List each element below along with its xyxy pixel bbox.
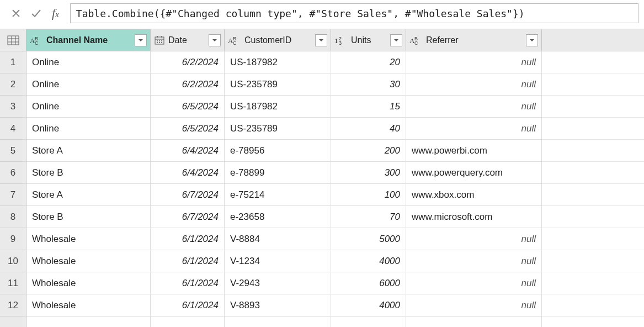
cell-blank [542,73,644,96]
cell-channel[interactable]: Store B [26,206,151,228]
filter-button[interactable] [390,34,402,46]
cell-channel[interactable]: Store B [26,162,151,184]
cell-channel[interactable]: Wholesale [26,228,151,250]
cell-channel[interactable]: Store A [26,184,151,206]
cell-units[interactable]: 200 [331,140,406,162]
row-number[interactable]: 2 [0,73,26,96]
cell-blank [542,118,644,140]
row-number[interactable]: 10 [0,250,26,272]
formula-bar: fx [0,0,644,29]
cell-date[interactable]: 6/7/2024 [151,184,225,206]
row-number[interactable]: 6 [0,162,26,184]
row-number[interactable]: 3 [0,96,26,118]
row-number[interactable]: 7 [0,184,26,206]
cell-customer[interactable]: e-23658 [225,206,331,228]
cell-channel[interactable]: Online [26,118,151,140]
cell-date[interactable]: 6/2/2024 [151,51,225,73]
cell-channel[interactable]: Online [26,96,151,118]
svg-rect-0 [8,36,19,45]
cell-referrer[interactable]: www.powerbi.com [406,140,542,162]
filter-button[interactable] [315,34,327,46]
cell-channel[interactable]: Online [26,51,151,73]
cell-customer[interactable]: US-187982 [225,96,331,118]
cell-customer[interactable]: V-8893 [225,294,331,317]
cell-date[interactable]: 6/4/2024 [151,162,225,184]
cell-blank [542,206,644,228]
cell-referrer-null[interactable]: null [406,228,542,250]
column-header-customerid[interactable]: ABC CustomerID [225,29,331,51]
filter-button[interactable] [526,34,538,46]
cell-referrer-null[interactable]: null [406,250,542,272]
cell-date[interactable]: 6/5/2024 [151,118,225,140]
cell-units[interactable]: 300 [331,162,406,184]
cell-units[interactable]: 100 [331,184,406,206]
cancel-formula-button[interactable] [10,7,22,19]
cell-date[interactable]: 6/1/2024 [151,272,225,294]
cell-referrer[interactable]: www.powerquery.com [406,162,542,184]
cell-customer[interactable]: US-235789 [225,73,331,96]
cell-date[interactable]: 6/4/2024 [151,140,225,162]
cell-customer[interactable]: V-8884 [225,228,331,250]
cell-date[interactable]: 6/1/2024 [151,228,225,250]
cell-customer[interactable]: V-2943 [225,272,331,294]
cell-referrer[interactable]: www.xbox.com [406,184,542,206]
column-label: CustomerID [242,35,315,45]
cell-units[interactable]: 15 [331,96,406,118]
row-number[interactable]: 4 [0,118,26,140]
column-header-channel[interactable]: ABC Channel Name [26,29,151,51]
cell-units[interactable]: 20 [331,51,406,73]
cell-customer[interactable]: e-78956 [225,140,331,162]
cell-referrer-null[interactable]: null [406,272,542,294]
cell-channel[interactable]: Online [26,73,151,96]
row-number[interactable]: 1 [0,51,26,73]
column-label: Channel Name [44,35,135,45]
cell-referrer-null[interactable]: null [406,294,542,317]
cell-blank [542,294,644,317]
cell-date[interactable]: 6/5/2024 [151,96,225,118]
cell-referrer-null[interactable]: null [406,118,542,140]
column-header-referrer[interactable]: ABC Referrer [406,29,542,51]
row-number[interactable]: 11 [0,272,26,294]
cell-customer[interactable]: e-78899 [225,162,331,184]
svg-point-14 [161,40,162,41]
table-corner[interactable] [0,29,26,51]
cell-units[interactable]: 4000 [331,250,406,272]
formula-input[interactable] [70,3,638,23]
column-header-units[interactable]: 123 Units [331,29,406,51]
cell-customer[interactable]: US-187982 [225,51,331,73]
cell-units[interactable]: 30 [331,73,406,96]
accept-formula-button[interactable] [30,7,42,19]
column-header-date[interactable]: Date [151,29,225,51]
cell-channel[interactable]: Wholesale [26,294,151,317]
svg-point-13 [159,40,160,41]
cell-referrer-null[interactable]: null [406,73,542,96]
filter-button[interactable] [209,34,221,46]
cell-date[interactable]: 6/2/2024 [151,73,225,96]
cell-date[interactable]: 6/1/2024 [151,250,225,272]
row-number[interactable]: 5 [0,140,26,162]
cell-date[interactable]: 6/1/2024 [151,294,225,317]
filter-button[interactable] [135,34,147,46]
cell-units[interactable]: 4000 [331,294,406,317]
cell-channel[interactable]: Wholesale [26,272,151,294]
cell-customer[interactable]: US-235789 [225,118,331,140]
cell-blank [542,96,644,118]
cell-customer[interactable]: e-75214 [225,184,331,206]
svg-point-15 [157,42,158,43]
cell-customer[interactable]: V-1234 [225,250,331,272]
row-number[interactable]: 8 [0,206,26,228]
cell-channel[interactable]: Wholesale [26,250,151,272]
cell-referrer-null[interactable]: null [406,96,542,118]
cell-units[interactable]: 6000 [331,272,406,294]
cell-channel[interactable]: Store A [26,140,151,162]
row-number[interactable]: 9 [0,228,26,250]
cell-units[interactable]: 70 [331,206,406,228]
cell-blank [542,51,644,73]
cell-referrer-null[interactable]: null [406,51,542,73]
svg-text:C: C [414,40,418,45]
row-number[interactable]: 12 [0,294,26,317]
cell-referrer[interactable]: www.microsoft.com [406,206,542,228]
cell-date[interactable]: 6/7/2024 [151,206,225,228]
cell-units[interactable]: 5000 [331,228,406,250]
cell-units[interactable]: 40 [331,118,406,140]
